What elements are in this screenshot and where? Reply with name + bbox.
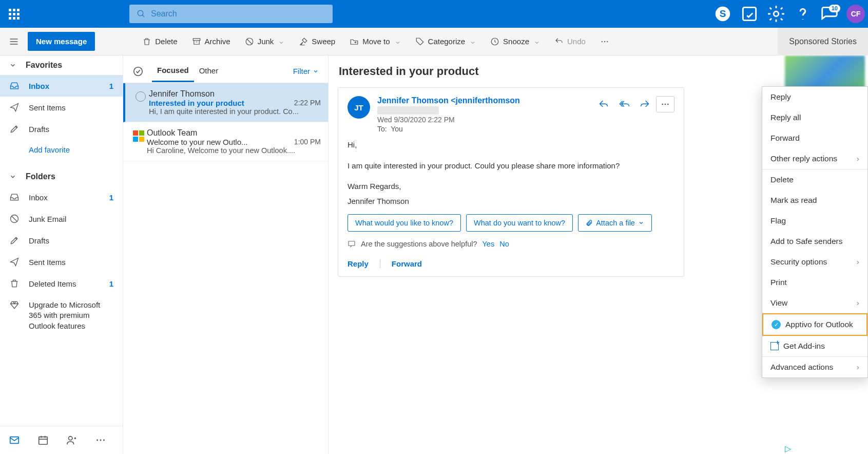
email-avatar[interactable] bbox=[130, 128, 147, 155]
context-menu: Reply Reply all Forward Other reply acti… bbox=[762, 86, 868, 378]
app-launcher-button[interactable] bbox=[0, 9, 28, 20]
diary-icon[interactable] bbox=[740, 4, 759, 24]
apptivo-icon: ✓ bbox=[771, 320, 781, 329]
suggested-reply-1[interactable]: What would you like to know? bbox=[348, 214, 461, 232]
chevron-down-icon bbox=[395, 39, 401, 45]
chevron-right-icon: › bbox=[857, 154, 859, 163]
favorites-header[interactable]: Favorites bbox=[0, 55, 123, 75]
chevron-down-icon bbox=[313, 68, 319, 74]
notifications-icon[interactable]: 10 bbox=[820, 4, 839, 24]
svg-line-1 bbox=[142, 15, 144, 17]
folder-move-icon bbox=[350, 37, 359, 46]
tab-other[interactable]: Other bbox=[194, 61, 224, 81]
search-input[interactable] bbox=[151, 9, 325, 18]
ctx-mark-read[interactable]: Mark as read bbox=[762, 190, 867, 211]
search-box[interactable] bbox=[129, 5, 333, 23]
email-subject: Welcome to your new Outlo... bbox=[147, 138, 247, 146]
feedback-no[interactable]: No bbox=[499, 240, 509, 248]
message-list: Focused Other Filter Jennifer Thomson In… bbox=[123, 55, 329, 454]
more-message-actions[interactable] bbox=[656, 96, 674, 112]
ctx-forward[interactable]: Forward bbox=[762, 128, 867, 148]
ctx-view[interactable]: View› bbox=[762, 293, 867, 313]
ctx-security[interactable]: Security options› bbox=[762, 252, 867, 272]
help-icon[interactable] bbox=[793, 4, 813, 24]
sidebar-item-sent[interactable]: Sent Items bbox=[0, 97, 123, 118]
email-item[interactable]: Outlook Team Welcome to your new Outlo..… bbox=[123, 122, 328, 161]
adchoices-icon[interactable]: ▷ bbox=[785, 444, 865, 453]
attach-file-button[interactable]: Attach a file bbox=[578, 214, 652, 232]
search-icon bbox=[137, 9, 146, 18]
delete-button[interactable]: Delete bbox=[135, 28, 184, 55]
message-body: Hi, I am quite interested in your produc… bbox=[348, 139, 674, 207]
ctx-get-addins[interactable]: Get Add-ins bbox=[762, 336, 867, 356]
waffle-icon bbox=[9, 9, 20, 20]
categorize-button[interactable]: Categorize bbox=[408, 28, 484, 55]
ctx-apptivo[interactable]: ✓Apptivo for Outlook bbox=[762, 313, 867, 336]
svg-point-13 bbox=[601, 41, 602, 42]
sidebar-item-drafts[interactable]: Drafts bbox=[0, 118, 123, 140]
more-module-button[interactable] bbox=[86, 429, 115, 451]
new-message-button[interactable]: New message bbox=[28, 32, 95, 51]
settings-icon[interactable] bbox=[766, 4, 786, 24]
svg-text:S: S bbox=[720, 8, 726, 19]
sweep-button[interactable]: Sweep bbox=[292, 28, 342, 55]
add-favorite-link[interactable]: Add favorite bbox=[0, 140, 123, 160]
chevron-down-icon bbox=[638, 220, 644, 226]
ctx-reply[interactable]: Reply bbox=[762, 87, 867, 107]
undo-button[interactable]: Undo bbox=[547, 28, 593, 55]
forward-icon-button[interactable] bbox=[635, 96, 654, 112]
suggested-reply-2[interactable]: What do you want to know? bbox=[466, 214, 573, 232]
tab-focused[interactable]: Focused bbox=[152, 61, 194, 82]
ctx-advanced[interactable]: Advanced actions› bbox=[762, 357, 867, 377]
select-email[interactable] bbox=[132, 89, 149, 116]
move-to-button[interactable]: Move to bbox=[342, 28, 408, 55]
chevron-right-icon: › bbox=[857, 257, 859, 267]
sidebar-item-junk[interactable]: Junk Email bbox=[0, 208, 123, 230]
nav-footer bbox=[0, 426, 123, 454]
archive-button[interactable]: Archive bbox=[185, 28, 238, 55]
svg-rect-9 bbox=[193, 39, 200, 41]
reply-icon-button[interactable] bbox=[594, 96, 613, 112]
junk-button[interactable]: Junk bbox=[238, 28, 292, 55]
sender-avatar: JT bbox=[348, 96, 370, 119]
ctx-reply-all[interactable]: Reply all bbox=[762, 107, 867, 128]
svg-rect-31 bbox=[349, 241, 355, 246]
ctx-safe-senders[interactable]: Add to Safe senders bbox=[762, 231, 867, 252]
email-item[interactable]: Jennifer Thomson Interested in your prod… bbox=[123, 83, 328, 122]
sidebar-item-upgrade[interactable]: Upgrade to Microsoft 365 with premium Ou… bbox=[0, 294, 123, 337]
chevron-down-icon bbox=[9, 62, 16, 69]
folders-header[interactable]: Folders bbox=[0, 167, 123, 186]
tag-icon bbox=[415, 37, 425, 46]
people-module-button[interactable] bbox=[57, 429, 86, 451]
sidebar-item-inbox[interactable]: Inbox1 bbox=[0, 75, 123, 97]
sidebar-item-inbox[interactable]: Inbox1 bbox=[0, 186, 123, 208]
reply-all-icon-button[interactable] bbox=[615, 96, 633, 112]
email-subject: Interested in your product bbox=[149, 99, 244, 107]
ctx-print[interactable]: Print bbox=[762, 272, 867, 293]
select-all-icon[interactable] bbox=[132, 66, 144, 77]
skype-icon[interactable]: S bbox=[713, 4, 732, 24]
ctx-delete[interactable]: Delete bbox=[762, 169, 867, 190]
snooze-button[interactable]: Snooze bbox=[483, 28, 547, 55]
folder-pane: Favorites Inbox1 Sent Items Drafts Add f… bbox=[0, 55, 123, 454]
mail-module-button[interactable] bbox=[0, 429, 29, 451]
more-actions-button[interactable] bbox=[593, 28, 616, 55]
app-header: S 10 CF bbox=[0, 0, 868, 28]
reply-link[interactable]: Reply bbox=[348, 259, 369, 268]
user-avatar[interactable]: CF bbox=[846, 5, 865, 23]
message-list-header: Focused Other Filter bbox=[123, 55, 328, 83]
calendar-module-button[interactable] bbox=[29, 429, 57, 451]
sidebar-item-deleted[interactable]: Deleted Items1 bbox=[0, 273, 123, 294]
redacted-text bbox=[377, 106, 439, 115]
filter-button[interactable]: Filter bbox=[293, 67, 319, 75]
archive-icon bbox=[192, 37, 201, 46]
sidebar-item-drafts[interactable]: Drafts bbox=[0, 230, 123, 251]
chevron-down-icon bbox=[534, 39, 540, 45]
sidebar-item-sent[interactable]: Sent Items bbox=[0, 251, 123, 273]
ctx-other-reply[interactable]: Other reply actions› bbox=[762, 148, 867, 169]
hamburger-button[interactable] bbox=[0, 36, 28, 47]
feedback-yes[interactable]: Yes bbox=[483, 240, 495, 248]
ellipsis-icon bbox=[600, 37, 609, 46]
forward-link[interactable]: Forward bbox=[392, 259, 422, 268]
ctx-flag[interactable]: Flag bbox=[762, 211, 867, 231]
